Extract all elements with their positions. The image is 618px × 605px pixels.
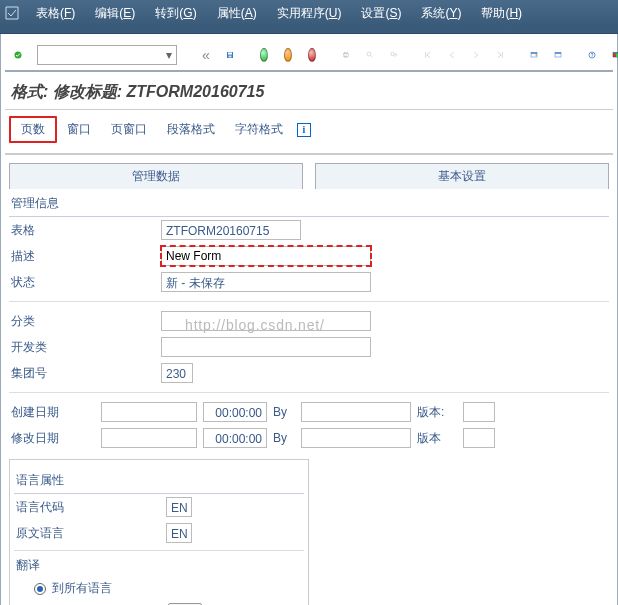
save-button[interactable] <box>219 44 241 66</box>
svg-rect-18 <box>613 53 618 54</box>
subtab-pagewindow[interactable]: 页窗口 <box>101 118 157 141</box>
val-version <box>463 402 495 422</box>
group-admin-info: 管理信息 <box>9 189 609 217</box>
menu-system[interactable]: 系统(Y) <box>411 0 471 26</box>
subtab-bar: 页数 窗口 页窗口 段落格式 字符格式 i <box>5 110 613 155</box>
svg-rect-2 <box>228 53 232 55</box>
svg-point-7 <box>367 52 371 56</box>
layout-button[interactable] <box>605 44 618 66</box>
info-icon[interactable]: i <box>297 123 311 137</box>
page-title: 格式: 修改标题: ZTFORM20160715 <box>5 72 613 110</box>
prev-page-button[interactable] <box>441 44 463 66</box>
nav-back-button[interactable] <box>253 44 275 66</box>
nav-exit-button[interactable] <box>277 44 299 66</box>
tab-admin-data[interactable]: 管理数据 <box>9 163 303 189</box>
menu-edit[interactable]: 编辑(E) <box>85 0 145 26</box>
lbl-version-colon: 版本: <box>417 404 457 421</box>
next-page-button[interactable] <box>465 44 487 66</box>
val-created-date <box>101 402 197 422</box>
svg-point-9 <box>391 52 395 56</box>
lbl-translate: 翻译 <box>16 557 166 574</box>
menu-util[interactable]: 实用程序(U) <box>267 0 352 26</box>
svg-line-10 <box>394 56 396 58</box>
divider <box>9 301 609 302</box>
val-changed-date <box>101 428 197 448</box>
app-icon <box>4 5 20 21</box>
val-status: 新 - 未保存 <box>161 272 371 292</box>
val-changed-time: 00:00:00 <box>203 428 267 448</box>
lbl-table: 表格 <box>11 222 161 239</box>
menu-attr[interactable]: 属性(A) <box>207 0 267 26</box>
svg-rect-3 <box>228 56 231 58</box>
last-page-button[interactable] <box>489 44 511 66</box>
ok-button[interactable] <box>7 44 29 66</box>
nav-cancel-button[interactable] <box>301 44 323 66</box>
main-toolbar: « ? <box>5 40 613 72</box>
menu-goto[interactable]: 转到(G) <box>145 0 206 26</box>
svg-rect-14 <box>555 53 561 54</box>
find-button[interactable] <box>359 44 381 66</box>
main-menubar: 表格(F) 编辑(E) 转到(G) 属性(A) 实用程序(U) 设置(S) 系统… <box>0 0 618 26</box>
svg-rect-12 <box>531 53 537 54</box>
lbl-desc: 描述 <box>11 248 161 265</box>
group-language: 语言属性 <box>14 466 304 494</box>
divider <box>9 392 609 393</box>
lbl-changed: 修改日期 <box>11 430 95 447</box>
radio-all-languages-label: 到所有语言 <box>52 580 112 597</box>
val-table: ZTFORM20160715 <box>161 220 301 240</box>
lbl-origlang: 原文语言 <box>16 525 166 542</box>
val-origlang: EN <box>166 523 192 543</box>
first-page-button[interactable] <box>417 44 439 66</box>
val-version2 <box>463 428 495 448</box>
lbl-created-by: By <box>273 405 295 419</box>
lbl-client: 集团号 <box>11 365 161 382</box>
menu-tables[interactable]: 表格(F) <box>26 0 85 26</box>
menu-help[interactable]: 帮助(H) <box>471 0 532 26</box>
val-client: 230 <box>161 363 193 383</box>
help-button[interactable]: ? <box>581 44 603 66</box>
tab-basic-settings[interactable]: 基本设置 <box>315 163 609 189</box>
new-session-button[interactable] <box>523 44 545 66</box>
val-changed-by <box>301 428 411 448</box>
command-field[interactable] <box>37 45 177 65</box>
svg-line-8 <box>370 56 372 58</box>
subtab-charformat[interactable]: 字符格式 <box>225 118 293 141</box>
back-button[interactable]: « <box>195 44 217 66</box>
input-description[interactable] <box>161 246 371 266</box>
menu-settings[interactable]: 设置(S) <box>351 0 411 26</box>
find-next-button[interactable] <box>383 44 405 66</box>
radio-all-languages[interactable] <box>34 583 46 595</box>
lbl-changed-by: By <box>273 431 295 445</box>
lbl-devclass: 开发类 <box>11 339 161 356</box>
subtab-paragraph[interactable]: 段落格式 <box>157 118 225 141</box>
val-created-by <box>301 402 411 422</box>
subtab-pages[interactable]: 页数 <box>9 116 57 143</box>
lbl-created: 创建日期 <box>11 404 95 421</box>
menubar-gap <box>0 26 618 34</box>
val-devclass <box>161 337 371 357</box>
shortcut-button[interactable] <box>547 44 569 66</box>
svg-text:?: ? <box>590 53 593 58</box>
lbl-langcode: 语言代码 <box>16 499 166 516</box>
lbl-version: 版本 <box>417 430 457 447</box>
section-tabs: 管理数据 基本设置 <box>5 155 613 189</box>
lbl-status: 状态 <box>11 274 161 291</box>
lbl-category: 分类 <box>11 313 161 330</box>
watermark-url: http://blog.csdn.net/ <box>185 317 325 333</box>
panel-language: 语言属性 语言代码 EN 原文语言 EN 翻译 到所有语言 到个别语言 不翻译 <box>9 459 309 605</box>
val-langcode: EN <box>166 497 192 517</box>
print-button[interactable] <box>335 44 357 66</box>
val-created-time: 00:00:00 <box>203 402 267 422</box>
subtab-windows[interactable]: 窗口 <box>57 118 101 141</box>
